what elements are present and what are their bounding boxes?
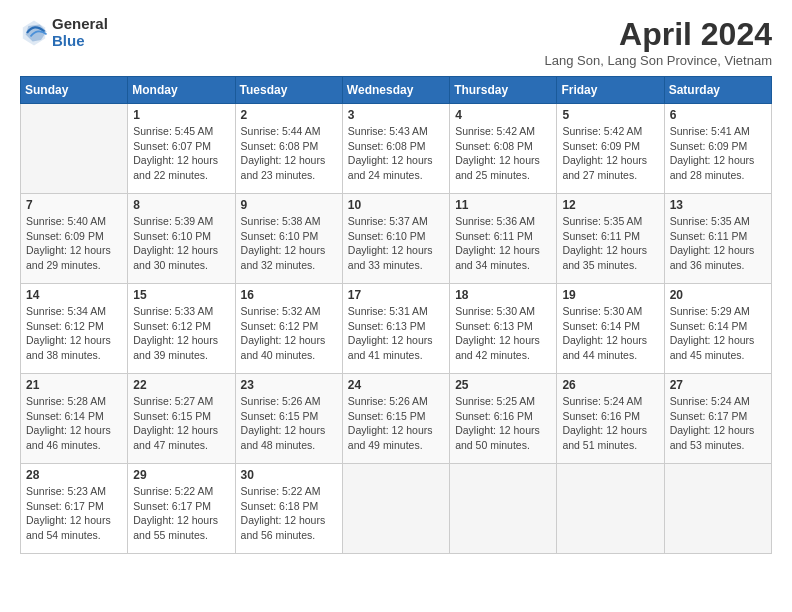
location: Lang Son, Lang Son Province, Vietnam <box>545 53 772 68</box>
day-info: Sunrise: 5:40 AM Sunset: 6:09 PM Dayligh… <box>26 214 122 273</box>
page-header: General Blue April 2024 Lang Son, Lang S… <box>20 16 772 68</box>
day-number: 25 <box>455 378 551 392</box>
calendar-cell: 17Sunrise: 5:31 AM Sunset: 6:13 PM Dayli… <box>342 284 449 374</box>
day-number: 3 <box>348 108 444 122</box>
calendar-cell: 12Sunrise: 5:35 AM Sunset: 6:11 PM Dayli… <box>557 194 664 284</box>
calendar-cell: 16Sunrise: 5:32 AM Sunset: 6:12 PM Dayli… <box>235 284 342 374</box>
calendar-week-row: 7Sunrise: 5:40 AM Sunset: 6:09 PM Daylig… <box>21 194 772 284</box>
calendar-cell: 24Sunrise: 5:26 AM Sunset: 6:15 PM Dayli… <box>342 374 449 464</box>
day-info: Sunrise: 5:24 AM Sunset: 6:16 PM Dayligh… <box>562 394 658 453</box>
day-info: Sunrise: 5:36 AM Sunset: 6:11 PM Dayligh… <box>455 214 551 273</box>
calendar-cell: 28Sunrise: 5:23 AM Sunset: 6:17 PM Dayli… <box>21 464 128 554</box>
calendar-day-header: Sunday <box>21 77 128 104</box>
calendar-week-row: 21Sunrise: 5:28 AM Sunset: 6:14 PM Dayli… <box>21 374 772 464</box>
day-info: Sunrise: 5:41 AM Sunset: 6:09 PM Dayligh… <box>670 124 766 183</box>
calendar-cell: 30Sunrise: 5:22 AM Sunset: 6:18 PM Dayli… <box>235 464 342 554</box>
day-info: Sunrise: 5:26 AM Sunset: 6:15 PM Dayligh… <box>241 394 337 453</box>
day-info: Sunrise: 5:35 AM Sunset: 6:11 PM Dayligh… <box>670 214 766 273</box>
day-number: 15 <box>133 288 229 302</box>
day-info: Sunrise: 5:30 AM Sunset: 6:14 PM Dayligh… <box>562 304 658 363</box>
day-number: 19 <box>562 288 658 302</box>
day-info: Sunrise: 5:44 AM Sunset: 6:08 PM Dayligh… <box>241 124 337 183</box>
day-number: 17 <box>348 288 444 302</box>
day-info: Sunrise: 5:30 AM Sunset: 6:13 PM Dayligh… <box>455 304 551 363</box>
day-info: Sunrise: 5:37 AM Sunset: 6:10 PM Dayligh… <box>348 214 444 273</box>
day-info: Sunrise: 5:29 AM Sunset: 6:14 PM Dayligh… <box>670 304 766 363</box>
calendar-week-row: 28Sunrise: 5:23 AM Sunset: 6:17 PM Dayli… <box>21 464 772 554</box>
calendar-cell: 18Sunrise: 5:30 AM Sunset: 6:13 PM Dayli… <box>450 284 557 374</box>
day-info: Sunrise: 5:45 AM Sunset: 6:07 PM Dayligh… <box>133 124 229 183</box>
calendar-week-row: 14Sunrise: 5:34 AM Sunset: 6:12 PM Dayli… <box>21 284 772 374</box>
day-number: 16 <box>241 288 337 302</box>
calendar-day-header: Thursday <box>450 77 557 104</box>
day-number: 11 <box>455 198 551 212</box>
calendar-cell: 8Sunrise: 5:39 AM Sunset: 6:10 PM Daylig… <box>128 194 235 284</box>
day-number: 1 <box>133 108 229 122</box>
calendar-cell: 20Sunrise: 5:29 AM Sunset: 6:14 PM Dayli… <box>664 284 771 374</box>
day-info: Sunrise: 5:26 AM Sunset: 6:15 PM Dayligh… <box>348 394 444 453</box>
calendar-cell: 29Sunrise: 5:22 AM Sunset: 6:17 PM Dayli… <box>128 464 235 554</box>
day-info: Sunrise: 5:32 AM Sunset: 6:12 PM Dayligh… <box>241 304 337 363</box>
calendar-cell: 2Sunrise: 5:44 AM Sunset: 6:08 PM Daylig… <box>235 104 342 194</box>
day-info: Sunrise: 5:25 AM Sunset: 6:16 PM Dayligh… <box>455 394 551 453</box>
calendar-day-header: Monday <box>128 77 235 104</box>
calendar-table: SundayMondayTuesdayWednesdayThursdayFrid… <box>20 76 772 554</box>
logo-general-text: General <box>52 16 108 33</box>
day-number: 4 <box>455 108 551 122</box>
calendar-body: 1Sunrise: 5:45 AM Sunset: 6:07 PM Daylig… <box>21 104 772 554</box>
day-info: Sunrise: 5:34 AM Sunset: 6:12 PM Dayligh… <box>26 304 122 363</box>
calendar-cell: 7Sunrise: 5:40 AM Sunset: 6:09 PM Daylig… <box>21 194 128 284</box>
calendar-cell: 26Sunrise: 5:24 AM Sunset: 6:16 PM Dayli… <box>557 374 664 464</box>
calendar-cell: 10Sunrise: 5:37 AM Sunset: 6:10 PM Dayli… <box>342 194 449 284</box>
calendar-cell: 11Sunrise: 5:36 AM Sunset: 6:11 PM Dayli… <box>450 194 557 284</box>
day-info: Sunrise: 5:23 AM Sunset: 6:17 PM Dayligh… <box>26 484 122 543</box>
calendar-cell: 21Sunrise: 5:28 AM Sunset: 6:14 PM Dayli… <box>21 374 128 464</box>
day-number: 20 <box>670 288 766 302</box>
day-number: 26 <box>562 378 658 392</box>
day-number: 12 <box>562 198 658 212</box>
day-info: Sunrise: 5:24 AM Sunset: 6:17 PM Dayligh… <box>670 394 766 453</box>
day-number: 24 <box>348 378 444 392</box>
calendar-cell: 23Sunrise: 5:26 AM Sunset: 6:15 PM Dayli… <box>235 374 342 464</box>
calendar-cell <box>450 464 557 554</box>
calendar-cell: 22Sunrise: 5:27 AM Sunset: 6:15 PM Dayli… <box>128 374 235 464</box>
day-number: 22 <box>133 378 229 392</box>
day-number: 5 <box>562 108 658 122</box>
day-info: Sunrise: 5:39 AM Sunset: 6:10 PM Dayligh… <box>133 214 229 273</box>
day-number: 6 <box>670 108 766 122</box>
calendar-cell: 5Sunrise: 5:42 AM Sunset: 6:09 PM Daylig… <box>557 104 664 194</box>
calendar-day-header: Friday <box>557 77 664 104</box>
calendar-cell: 6Sunrise: 5:41 AM Sunset: 6:09 PM Daylig… <box>664 104 771 194</box>
day-number: 13 <box>670 198 766 212</box>
day-number: 30 <box>241 468 337 482</box>
title-block: April 2024 Lang Son, Lang Son Province, … <box>545 16 772 68</box>
month-title: April 2024 <box>545 16 772 53</box>
calendar-day-header: Wednesday <box>342 77 449 104</box>
calendar-cell: 3Sunrise: 5:43 AM Sunset: 6:08 PM Daylig… <box>342 104 449 194</box>
day-number: 28 <box>26 468 122 482</box>
day-info: Sunrise: 5:38 AM Sunset: 6:10 PM Dayligh… <box>241 214 337 273</box>
day-info: Sunrise: 5:31 AM Sunset: 6:13 PM Dayligh… <box>348 304 444 363</box>
day-number: 23 <box>241 378 337 392</box>
day-info: Sunrise: 5:35 AM Sunset: 6:11 PM Dayligh… <box>562 214 658 273</box>
calendar-cell: 13Sunrise: 5:35 AM Sunset: 6:11 PM Dayli… <box>664 194 771 284</box>
calendar-cell: 4Sunrise: 5:42 AM Sunset: 6:08 PM Daylig… <box>450 104 557 194</box>
calendar-day-header: Saturday <box>664 77 771 104</box>
day-info: Sunrise: 5:28 AM Sunset: 6:14 PM Dayligh… <box>26 394 122 453</box>
calendar-day-header: Tuesday <box>235 77 342 104</box>
calendar-cell <box>557 464 664 554</box>
day-info: Sunrise: 5:22 AM Sunset: 6:18 PM Dayligh… <box>241 484 337 543</box>
day-info: Sunrise: 5:42 AM Sunset: 6:09 PM Dayligh… <box>562 124 658 183</box>
day-info: Sunrise: 5:42 AM Sunset: 6:08 PM Dayligh… <box>455 124 551 183</box>
day-info: Sunrise: 5:22 AM Sunset: 6:17 PM Dayligh… <box>133 484 229 543</box>
calendar-cell: 25Sunrise: 5:25 AM Sunset: 6:16 PM Dayli… <box>450 374 557 464</box>
day-number: 8 <box>133 198 229 212</box>
calendar-cell: 9Sunrise: 5:38 AM Sunset: 6:10 PM Daylig… <box>235 194 342 284</box>
logo-blue-text: Blue <box>52 33 108 50</box>
day-info: Sunrise: 5:43 AM Sunset: 6:08 PM Dayligh… <box>348 124 444 183</box>
day-number: 10 <box>348 198 444 212</box>
calendar-cell: 1Sunrise: 5:45 AM Sunset: 6:07 PM Daylig… <box>128 104 235 194</box>
calendar-cell: 19Sunrise: 5:30 AM Sunset: 6:14 PM Dayli… <box>557 284 664 374</box>
calendar-cell: 15Sunrise: 5:33 AM Sunset: 6:12 PM Dayli… <box>128 284 235 374</box>
day-number: 2 <box>241 108 337 122</box>
